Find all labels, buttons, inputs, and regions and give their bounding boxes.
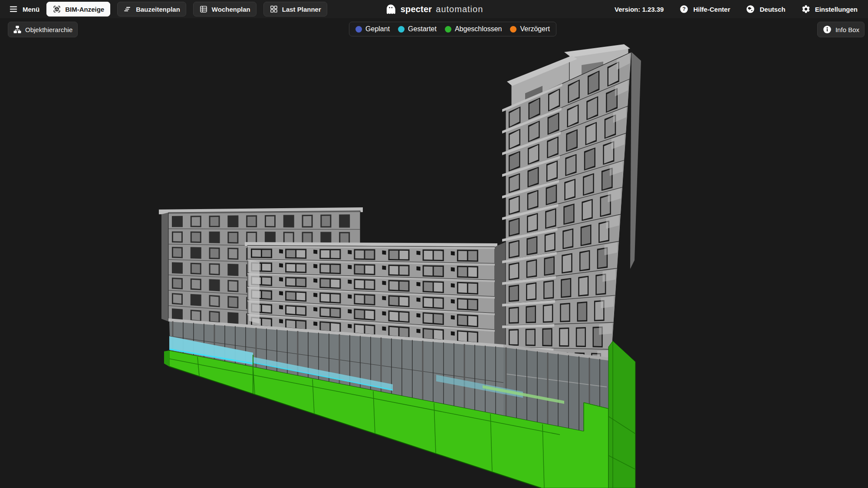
menu-button[interactable]: Menü: [0, 0, 46, 18]
geplant-label: Geplant: [365, 25, 390, 33]
verzoegert-color-dot: [510, 26, 516, 33]
status-legend: Geplant Gestartet Abgeschlossen Verzöger…: [349, 22, 556, 36]
gestartet-color-dot: [398, 26, 404, 33]
legend-item-abgeschlossen: Abgeschlossen: [445, 25, 502, 33]
legend-item-gestartet: Gestartet: [398, 25, 437, 33]
language-button[interactable]: Deutsch: [746, 4, 785, 14]
grid-squares-icon: [270, 5, 278, 13]
object-hierarchy-button[interactable]: Objekthierarchie: [8, 22, 78, 37]
logo: specter automation: [385, 0, 483, 18]
menu-label: Menü: [23, 6, 39, 13]
svg-text:?: ?: [683, 6, 686, 12]
tab-bim-anzeige[interactable]: BIM-Anzeige: [46, 2, 110, 16]
gear-icon: [801, 4, 811, 14]
settings-label: Einstellungen: [815, 6, 858, 13]
ghost-icon: [385, 3, 397, 15]
help-center-label: Hilfe-Center: [693, 6, 730, 13]
schedule-bars-icon: [123, 5, 132, 13]
tab-wochenplan[interactable]: Wochenplan: [193, 2, 256, 16]
verzoegert-label: Verzögert: [520, 25, 549, 33]
abgeschlossen-color-dot: [445, 26, 451, 33]
hierarchy-icon: [13, 25, 22, 34]
hamburger-menu-icon: [9, 4, 18, 14]
tab-label: Last Planner: [282, 6, 321, 13]
help-center-button[interactable]: ? Hilfe-Center: [679, 4, 730, 14]
logo-suffix: automation: [436, 4, 483, 14]
building-model-3d[interactable]: [0, 0, 868, 488]
tab-label: BIM-Anzeige: [65, 6, 104, 13]
legend-item-geplant: Geplant: [355, 25, 390, 33]
gestartet-label: Gestartet: [408, 25, 437, 33]
version-label-wrap: Version: 1.23.39: [615, 6, 664, 13]
object-hierarchy-label: Objekthierarchie: [25, 26, 72, 33]
legend-item-verzoegert: Verzögert: [510, 25, 549, 33]
logo-brand: specter: [401, 4, 432, 14]
settings-button[interactable]: Einstellungen: [801, 4, 858, 14]
question-icon: ?: [679, 4, 689, 14]
week-plan-icon: [199, 5, 208, 13]
globe-icon: [746, 4, 755, 14]
abgeschlossen-label: Abgeschlossen: [455, 25, 502, 33]
info-icon: [822, 25, 832, 34]
tab-label: Bauzeitenplan: [136, 6, 180, 13]
geplant-color-dot: [355, 26, 362, 33]
version-label: Version: 1.23.39: [615, 6, 664, 13]
tab-last-planner[interactable]: Last Planner: [263, 2, 327, 16]
info-box-label: Info Box: [835, 26, 859, 33]
language-label: Deutsch: [760, 6, 785, 13]
info-box-button[interactable]: Info Box: [817, 22, 865, 37]
topbar-right-group: Version: 1.23.39 ? Hilfe-Center Deutsch …: [599, 0, 868, 18]
tab-bauzeitenplan[interactable]: Bauzeitenplan: [117, 2, 186, 16]
bim-cube-icon: [53, 5, 61, 13]
tab-label: Wochenplan: [212, 6, 250, 13]
top-navigation-bar: Menü BIM-Anzeige Bauzeitenplan Wochenpla…: [0, 0, 868, 18]
